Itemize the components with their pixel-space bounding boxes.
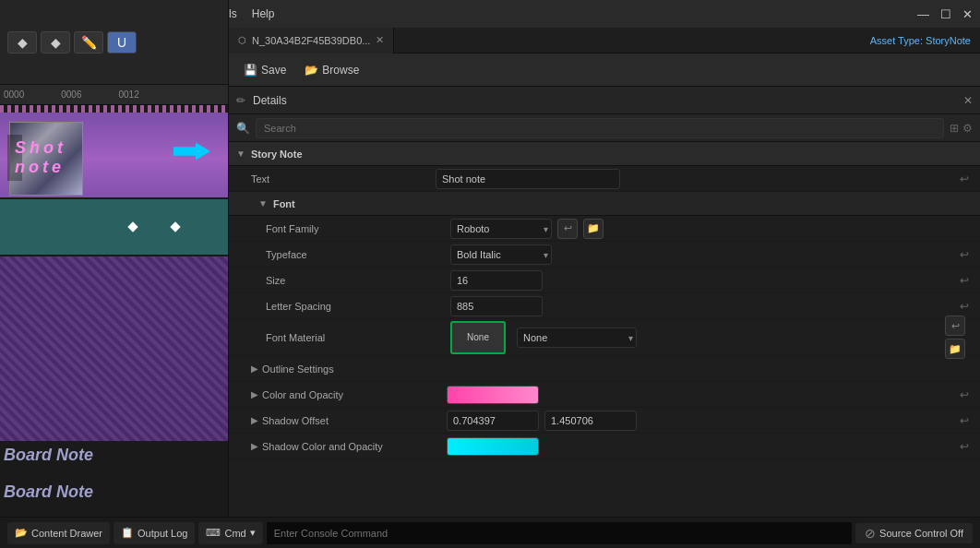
tab-close-button[interactable]: ✕ [376,34,384,46]
tool-diamond1[interactable]: ◆ [7,31,37,54]
time-0012: 0012 [119,89,139,100]
keyframe-2[interactable] [170,221,180,232]
window-controls: — ☐ ✕ [917,7,973,21]
left-panel: ◆ ◆ ✏️ U 0000 0006 0012 Shot note [0,0,229,548]
story-note-section[interactable]: ▼ Story Note [229,142,980,166]
letter-spacing-reset-button[interactable]: ↩ [956,298,973,315]
cmd-button[interactable]: ⌨ Cmd ▾ [198,522,262,544]
shadow-color-chevron[interactable]: ▶ [251,441,258,451]
font-material-value: None None [450,321,939,354]
toolbar: 💾 Save 📂 Browse [229,54,980,87]
cmd-chevron-icon: ▾ [250,527,256,539]
letter-spacing-row: Letter Spacing ↩ [229,293,980,319]
typeface-select-wrapper: Bold Italic [450,244,552,265]
left-toolbar: ◆ ◆ ✏️ U [0,0,228,85]
typeface-reset-button[interactable]: ↩ [956,246,973,263]
outline-settings-row: ▶ Outline Settings [229,356,980,382]
text-property-row: Text ↩ [229,166,980,192]
shadow-offset-reset-button[interactable]: ↩ [956,412,973,429]
shadow-color-swatch[interactable] [447,437,539,456]
board-note-label: Board Note [4,446,93,465]
font-material-select[interactable]: None [517,328,637,348]
typeface-value: Bold Italic [450,244,956,265]
details-header: ✏ Details ✕ [229,87,980,114]
tab-bar: ⬡ N_30A34B2F45B39DB0... ✕ Asset Type: St… [229,28,980,54]
letter-spacing-label: Letter Spacing [266,301,450,312]
shot-note-track: Shot note [0,105,229,197]
cmd-icon: ⌨ [206,527,221,539]
tab-label: N_30A34B2F45B39DB0... [252,35,370,46]
maximize-button[interactable]: ☐ [940,7,951,21]
font-family-reset-icon[interactable]: ↩ [557,219,578,239]
timeline-area: Shot note Board Note [0,105,229,511]
color-opacity-swatch[interactable] [447,386,539,404]
font-family-browse-icon[interactable]: 📁 [583,219,604,239]
asset-tab[interactable]: ⬡ N_30A34B2F45B39DB0... ✕ [229,28,394,54]
save-button[interactable]: 💾 Save [236,61,293,79]
outline-chevron[interactable]: ▶ [251,363,258,374]
font-label: Font [273,198,295,209]
output-log-label: Output Log [137,528,187,539]
search-input[interactable] [256,118,944,138]
keyframe-1[interactable] [127,221,137,232]
font-family-reset-button[interactable] [965,227,973,231]
typeface-select[interactable]: Bold Italic [450,244,552,265]
details-title: Details [253,94,287,107]
text-input[interactable] [436,169,620,189]
save-icon: 💾 [244,64,257,77]
size-reset-button[interactable]: ↩ [956,272,973,289]
minimize-button[interactable]: — [917,7,929,21]
shadow-color-row: ▶ Shadow Color and Opacity ↩ [229,434,980,459]
time-0006: 0006 [61,89,81,100]
grid-icon[interactable]: ⊞ [950,122,959,135]
font-material-reset-button[interactable] [965,336,973,340]
content-drawer-button[interactable]: 📂 Content Drawer [7,522,110,544]
browse-button[interactable]: 📂 Browse [297,61,366,79]
asset-type-value: StoryNote [926,35,971,46]
shadow-offset-y[interactable] [544,411,637,431]
console-input[interactable] [267,522,852,544]
dotted-line-top [0,105,229,113]
font-chevron: ▼ [258,198,268,208]
details-close-button[interactable]: ✕ [963,94,973,107]
font-material-reset-icon[interactable]: ↩ [945,316,965,336]
outline-settings-label: Outline Settings [262,363,447,375]
font-section[interactable]: ▼ Font [229,192,980,216]
settings-icon[interactable]: ⚙ [962,122,973,135]
close-button[interactable]: ✕ [962,7,973,21]
teal-track[interactable] [0,199,229,255]
tool-diamond2[interactable]: ◆ [41,31,70,54]
letter-spacing-value [450,296,956,316]
shadow-offset-x[interactable] [447,411,539,431]
tool-active[interactable]: U [107,31,137,54]
story-note-chevron: ▼ [236,149,245,159]
cmd-label: Cmd [224,528,245,539]
shadow-offset-chevron[interactable]: ▶ [251,415,258,425]
time-0000: 0000 [4,89,24,100]
details-pencil-icon: ✏ [236,94,245,107]
outline-settings-reset-button[interactable] [965,367,973,371]
purple-track[interactable]: Shot note [0,113,229,197]
board-note-track[interactable] [0,256,229,441]
status-bar: 📂 Content Drawer 📋 Output Log ⌨ Cmd ▾ ⊘ … [0,517,980,548]
color-opacity-reset-button[interactable]: ↩ [956,387,973,403]
search-actions: ⊞ ⚙ [950,122,973,135]
source-control-button[interactable]: ⊘ Source Control Off [855,523,973,543]
shadow-color-reset-button[interactable]: ↩ [956,438,973,455]
output-log-button[interactable]: 📋 Output Log [114,522,195,544]
color-opacity-chevron[interactable]: ▶ [251,389,258,399]
font-material-select-wrapper: None [517,328,637,348]
menu-help[interactable]: Help [252,7,275,20]
tool-pen[interactable]: ✏️ [74,31,103,54]
size-input[interactable] [450,270,543,291]
letter-spacing-input[interactable] [450,296,543,316]
font-material-browse-icon[interactable]: 📁 [945,339,965,359]
save-label: Save [261,64,286,77]
text-label: Text [251,173,436,185]
size-value [450,270,956,291]
browse-label: Browse [322,64,359,77]
text-reset-button[interactable]: ↩ [956,171,973,187]
search-icon: 🔍 [236,122,250,135]
font-material-label: Font Material [266,332,450,343]
font-family-select[interactable]: Roboto [450,219,552,239]
